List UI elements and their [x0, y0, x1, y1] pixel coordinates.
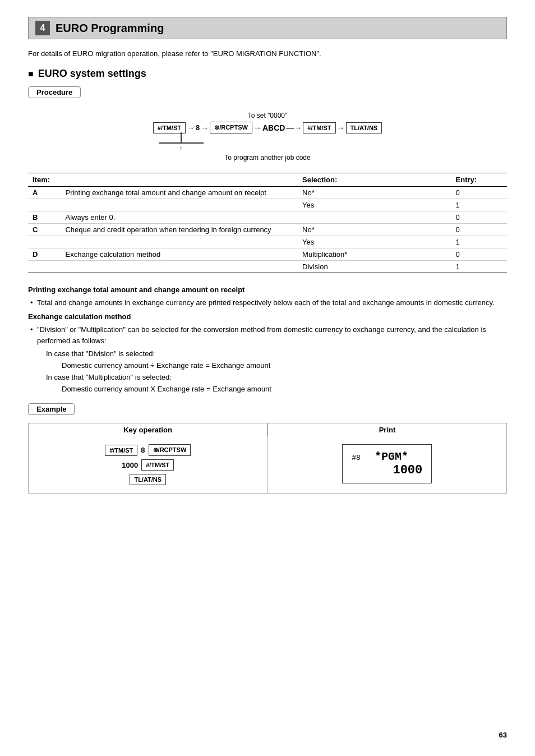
sub-section-title: EURO system settings: [28, 68, 507, 80]
table-cell-desc: [61, 236, 298, 248]
table-cell-desc: Exchange calculation method: [61, 248, 298, 260]
ex-key-1000: 1000: [122, 461, 138, 469]
table-cell-entry: 1: [451, 199, 507, 211]
note-indent-2a: Domestic currency amount X Exchange rate…: [28, 385, 507, 393]
table-cell-desc: [61, 199, 298, 211]
section-title: EURO Programming: [56, 22, 164, 35]
table-row: APrinting exchange total amount and chan…: [28, 186, 507, 199]
procedure-badge: Procedure: [28, 86, 81, 98]
flow-top-label: To set "0000": [248, 112, 288, 119]
table-cell-sel: [298, 211, 451, 223]
table-cell-item: [28, 236, 61, 248]
note-bullet-2: "Division" or "Multiplication" can be se…: [28, 324, 507, 346]
example-area: Example Key operation Print #/TM/ST 8 ⊗/…: [28, 403, 507, 494]
table-cell-item: C: [28, 223, 61, 236]
example-content: #/TM/ST 8 ⊗/RCPTSW 1000 #/TM/ST TL/AT/NS…: [28, 436, 507, 494]
settings-table: Item: Selection: Entry: APrinting exchan…: [28, 173, 507, 273]
table-cell-entry: 0: [451, 211, 507, 223]
example-print-header: Print: [268, 423, 507, 436]
page-number: 63: [499, 731, 507, 739]
print-preview: #8 *PGM* 1000: [342, 444, 432, 483]
key-op-col: #/TM/ST 8 ⊗/RCPTSW 1000 #/TM/ST TL/AT/NS: [29, 436, 268, 493]
table-cell-entry: 0: [451, 248, 507, 260]
table-row: Yes1: [28, 199, 507, 211]
table-cell-sel: Yes: [298, 236, 451, 248]
table-cell-item: [28, 199, 61, 211]
example-header: Key operation Print: [28, 423, 507, 436]
table-cell-entry: 1: [451, 260, 507, 273]
key-op-row-3: TL/AT/NS: [130, 474, 166, 485]
note-title-2: Exchange calculation method: [28, 312, 507, 321]
table-cell-sel: Yes: [298, 199, 451, 211]
table-cell-sel: Division: [298, 260, 451, 273]
table-cell-desc: [61, 260, 298, 273]
print-hash: #8: [352, 454, 361, 462]
flow-bottom-label: To program another job code: [224, 154, 310, 162]
table-cell-entry: 0: [451, 186, 507, 199]
note-indent-1: In case that "Division" is selected:: [28, 349, 507, 358]
table-cell-desc: Always enter 0.: [61, 211, 298, 223]
print-num: 1000: [393, 463, 422, 477]
key-tmst-2: #/TM/ST: [303, 122, 335, 133]
print-pgm: *PGM*: [361, 450, 422, 463]
example-key-op-header: Key operation: [28, 423, 268, 436]
flow-row: #/TM/ST → 8 → ⊗/RCPTSW → ABCD —→ #/TM/ST…: [153, 122, 382, 133]
print-line-1: #8 *PGM*: [352, 450, 422, 463]
note-indent-1a: Domestic currency amount ÷ Exchange rate…: [28, 361, 507, 370]
table-cell-item: A: [28, 186, 61, 199]
key-op-row-1: #/TM/ST 8 ⊗/RCPTSW: [105, 444, 191, 456]
subtitle-text: For details of EURO migration operation,…: [28, 49, 507, 58]
key-rcptsw: ⊗/RCPTSW: [210, 122, 252, 133]
note-indent-2: In case that "Multiplication" is selecte…: [28, 373, 507, 381]
table-cell-item: [28, 260, 61, 273]
flow-diagram: To set "0000" #/TM/ST → 8 → ⊗/RCPTSW → A…: [28, 112, 507, 162]
table-row: BAlways enter 0.0: [28, 211, 507, 223]
col-header-entry: Entry:: [451, 173, 507, 186]
key-8: 8: [196, 123, 200, 132]
col-header-desc: [61, 173, 298, 186]
table-cell-desc: Printing exchange total amount and chang…: [61, 186, 298, 199]
note-title-1: Printing exchange total amount and chang…: [28, 285, 507, 294]
key-tlat: TL/AT/NS: [346, 122, 382, 133]
example-badge: Example: [28, 403, 75, 415]
print-col: #8 *PGM* 1000: [268, 436, 507, 493]
key-op-area: #/TM/ST 8 ⊗/RCPTSW 1000 #/TM/ST TL/AT/NS: [39, 444, 257, 485]
table-cell-sel: No*: [298, 186, 451, 199]
key-abcd: ABCD: [262, 123, 285, 132]
ex-key-rcptsw: ⊗/RCPTSW: [149, 444, 191, 456]
ex-key-8: 8: [141, 446, 145, 454]
table-cell-item: D: [28, 248, 61, 260]
table-row: CCheque and credit operation when tender…: [28, 223, 507, 236]
col-header-selection: Selection:: [298, 173, 451, 186]
table-row: Yes1: [28, 236, 507, 248]
key-tmst-1: #/TM/ST: [153, 122, 186, 133]
ex-key-tmst: #/TM/ST: [105, 445, 137, 456]
print-line-2: 1000: [352, 463, 422, 477]
note-bullet-1: Total and change amounts in exchange cur…: [28, 297, 507, 308]
table-cell-entry: 0: [451, 223, 507, 236]
table-cell-entry: 1: [451, 236, 507, 248]
table-cell-desc: Cheque and credit operation when tenderi…: [61, 223, 298, 236]
notes-section: Printing exchange total amount and chang…: [28, 285, 507, 394]
key-op-row-2: 1000 #/TM/ST: [122, 459, 174, 471]
print-preview-wrapper: #8 *PGM* 1000: [278, 444, 497, 483]
table-row: Division1: [28, 260, 507, 273]
ex-key-tlat: TL/AT/NS: [130, 474, 166, 485]
table-cell-sel: Multiplication*: [298, 248, 451, 260]
col-header-item: Item:: [28, 173, 61, 186]
table-cell-sel: No*: [298, 223, 451, 236]
section-number: 4: [35, 21, 50, 35]
ex-key-tmst2: #/TM/ST: [141, 459, 174, 471]
section-header: 4 EURO Programming: [28, 17, 507, 39]
table-row: DExchange calculation methodMultiplicati…: [28, 248, 507, 260]
table-cell-item: B: [28, 211, 61, 223]
